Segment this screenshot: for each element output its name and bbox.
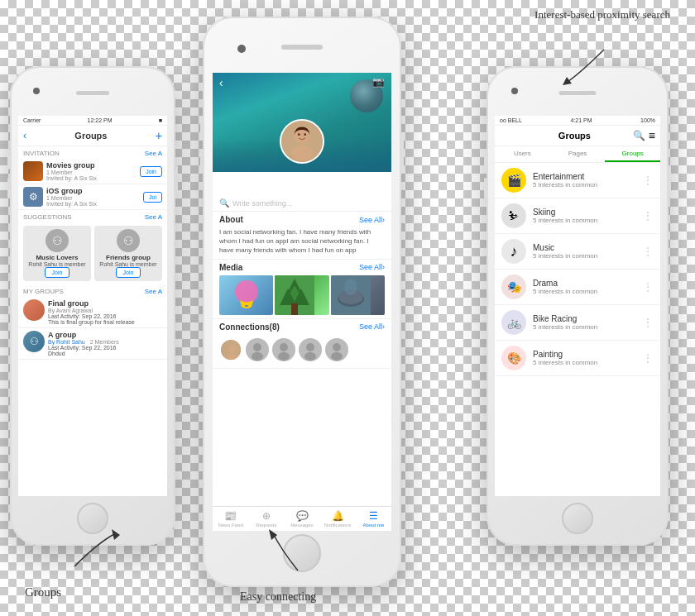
ios-group-name: iOS group [46,187,143,195]
ios-join-btn[interactable]: Joi [143,192,162,203]
a-group-info: A group By Rohit Sahu 2 Members Last Act… [48,331,162,356]
left-side-btn-1 [7,149,10,170]
right-group-bike[interactable]: 🚲 Bike Racing 5 interests in common ⋮ [495,305,660,341]
right-group-drama[interactable]: 🎭 Drama 5 interests in common ⋮ [495,270,660,305]
a-group-by-link[interactable]: By Rohit Sahu [48,339,85,345]
svg-point-5 [291,146,313,161]
right-tab-pages[interactable]: Pages [550,146,606,162]
center-side-btn-2 [200,149,203,174]
left-home-btn[interactable] [77,503,108,534]
tab-requests[interactable]: ⊕ Requests [248,510,284,528]
center-write-placeholder[interactable]: Write something... [232,199,385,208]
suggestions-see-all[interactable]: See A [145,213,162,221]
friends-group-join[interactable]: Join [116,267,141,278]
conn-avatar-main [219,338,242,361]
entertainment-name: Entertainment [533,172,642,181]
suggestions-section-label: SUGGESTIONS See A [18,210,167,222]
center-tab-bar: 📰 News Feed ⊕ Requests 💬 Messages 🔔 Noti… [213,506,391,531]
right-time: 4:21 PM [570,117,592,123]
center-home-btn[interactable] [283,534,321,572]
center-about-header: About See All › [219,215,385,224]
final-group-name: Final group [48,299,162,308]
right-filter-btn[interactable]: ≡ [649,129,655,142]
left-status-bar: Carrier 12:22 PM ■ [18,116,167,126]
right-home-btn[interactable] [562,503,593,534]
right-phone-camera [511,88,518,94]
music-info: Music 5 interests in common [533,243,642,260]
svg-point-8 [235,280,258,303]
ios-group-icon: ⚙ [23,187,43,207]
center-about-see-all[interactable]: See All › [359,216,385,224]
friends-group-member: Rohit Sahu is member [98,261,159,267]
center-camera-btn[interactable]: 📷 [372,76,385,88]
bike-name: Bike Racing [533,314,642,323]
right-group-painting[interactable]: 🎨 Painting 5 interests in common ⋮ [495,341,660,376]
svg-point-31 [304,352,316,361]
media-item-forest[interactable] [275,275,328,315]
right-group-entertainment[interactable]: 🎬 Entertainment 5 interests in common ⋮ [495,163,660,198]
center-phone: ‹ 📷 Avani Agrawal San francisco, United … [203,17,401,587]
ios-group-invited: Invited by: A Six Six [46,201,143,207]
center-side-btn-3 [401,132,404,174]
painting-info: Painting 5 interests in common [533,350,642,366]
left-carrier: Carrier [23,117,41,123]
center-connections-header: Connections(8) See All › [219,322,385,332]
center-connections-see-all[interactable]: See All › [359,322,385,331]
a-group-by: By Rohit Sahu 2 Members [48,339,162,345]
news-feed-icon: 📰 [224,510,237,522]
tab-messages[interactable]: 💬 Messages [284,510,319,528]
center-search-bar: 🔍 Write something... [213,195,391,212]
bike-icon: 🚲 [501,310,526,335]
right-tab-users[interactable]: Users [495,146,550,162]
final-group-activity: Last Activity: Sep 22, 2016 [48,313,162,319]
my-groups-see-all[interactable]: See A [145,288,162,295]
svg-rect-9 [245,305,248,307]
entertainment-meta: 5 interests in common [533,181,642,189]
right-search-btn[interactable]: 🔍 [633,130,645,141]
friends-group-name: Friends group [98,254,159,261]
music-lovers-join[interactable]: Join [45,267,70,278]
left-screen: Carrier 12:22 PM ■ ‹ Groups + INVITATION… [18,116,167,496]
music-more[interactable]: ⋮ [642,245,654,258]
center-media-see-all[interactable]: See All › [359,263,385,271]
movies-join-btn[interactable]: Join [140,166,162,177]
drama-more[interactable]: ⋮ [642,280,654,294]
center-back-btn[interactable]: ‹ [219,76,223,89]
svg-point-21 [228,345,237,353]
right-tabs: Users Pages Groups [495,146,660,163]
right-tab-groups[interactable]: Groups [605,146,660,162]
right-carrier: oo BELL [500,117,522,123]
left-battery: ■ [159,117,162,123]
media-item-balloon[interactable] [219,275,273,315]
conn-avatar-1 [246,338,269,361]
tab-about-me[interactable]: ☰ About me [356,510,391,528]
final-group-icon [23,299,45,321]
left-add-btn[interactable]: + [156,129,162,142]
tab-notifications[interactable]: 🔔 Notifications [320,510,356,528]
center-about-title: About [219,215,243,224]
painting-more[interactable]: ⋮ [642,351,654,365]
entertainment-more[interactable]: ⋮ [642,174,654,187]
conn-avatar-2 [272,338,295,361]
right-group-skiing[interactable]: ⛷ Skiing 5 interests in common ⋮ [495,198,660,234]
svg-point-33 [333,343,341,351]
movies-group-icon [23,161,43,181]
svg-point-6 [298,133,300,136]
conn-avatar-3 [299,338,322,361]
my-groups-label: MY GROUPS See A [18,284,167,297]
requests-icon: ⊕ [262,510,271,522]
movies-group-item: Movies group 1 Member Invited by: A Six … [18,159,167,184]
movies-group-info: Movies group 1 Member Invited by: A Six … [46,161,140,181]
tab-news-feed[interactable]: 📰 News Feed [213,510,248,528]
final-group-item: Final group By Avani Agrawal Last Activi… [18,297,167,328]
skiing-more[interactable]: ⋮ [642,209,654,222]
invitation-see-all[interactable]: See A [145,150,162,157]
right-group-music[interactable]: ♪ Music 5 interests in common ⋮ [495,234,660,270]
music-meta: 5 interests in common [533,252,642,260]
media-item-stone[interactable] [331,275,385,315]
center-media-header: Media See All › [219,263,385,272]
drama-meta: 5 interests in common [533,288,642,295]
skiing-name: Skiing [533,208,642,217]
bike-more[interactable]: ⋮ [642,316,654,329]
painting-icon: 🎨 [501,346,526,370]
